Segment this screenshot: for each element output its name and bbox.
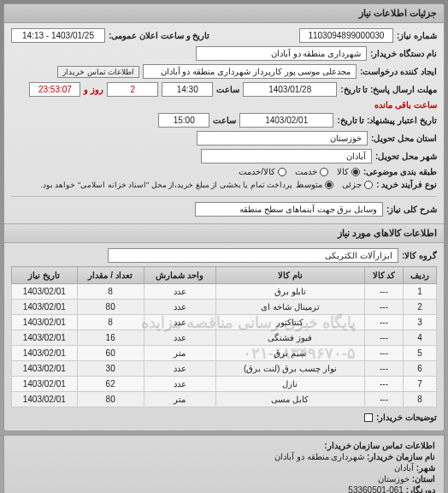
table-cell: عدد	[144, 284, 215, 300]
deadline-time: 14:30	[162, 82, 213, 97]
table-cell: 1403/02/01	[12, 361, 78, 377]
table-cell: 1403/02/01	[12, 392, 78, 407]
table-cell: 8	[404, 392, 437, 407]
table-row: 8---کابل مسیمتر801403/02/01	[12, 392, 437, 407]
table-cell: 6	[404, 361, 437, 377]
process-label: نوع فرآیند خرید :	[376, 180, 437, 189]
radio-minor[interactable]	[364, 181, 373, 189]
table-cell: 2	[404, 300, 437, 315]
desc-value: وسایل برق جهت آبنماهای سطح منطقه	[195, 202, 383, 217]
table-cell: ---	[364, 377, 403, 392]
items-section-title: اطلاعات کالاهای مورد نیاز	[4, 223, 444, 243]
table-cell: ---	[364, 284, 403, 300]
footer-city-label: شهر:	[416, 463, 435, 472]
table-cell: 4	[404, 330, 437, 346]
table-cell: 8	[77, 284, 144, 300]
col-name: نام کالا	[215, 267, 364, 284]
radio-goods-label: کالا	[337, 167, 349, 176]
table-row: 4---فیوز فشنگیعدد161403/02/01	[12, 330, 437, 346]
footer-province-label: استان:	[412, 474, 435, 484]
footer-city: آبادان	[394, 463, 414, 472]
time-remaining: 23:53:07	[29, 82, 80, 97]
radio-both-label: کالا/خدمت	[239, 167, 275, 176]
radio-service[interactable]	[320, 168, 328, 176]
table-cell: نوار چسب برق (لنت برق)	[215, 361, 364, 377]
contact-buyer-button[interactable]: اطلاعات تماس خریدار	[57, 66, 139, 78]
table-cell: 1403/02/01	[12, 346, 78, 361]
validity-time: 15:00	[158, 113, 209, 128]
table-cell: عدد	[144, 361, 215, 377]
table-cell: 1403/02/01	[12, 300, 78, 315]
table-cell: 1	[404, 284, 437, 300]
footer-title: اطلاعات تماس سازمان خریدار:	[324, 441, 435, 450]
table-cell: متر	[144, 392, 215, 407]
city-value: آبادان	[201, 149, 372, 163]
radio-service-label: خدمت	[295, 167, 317, 176]
province-label: استان محل تحویل:	[371, 134, 437, 143]
time-remain-label: ساعت باقی مانده	[374, 100, 437, 110]
table-cell: متر	[144, 346, 215, 361]
table-cell: 30	[77, 361, 144, 377]
radio-goods[interactable]	[351, 168, 360, 176]
radio-medium[interactable]	[325, 181, 333, 189]
days-remain-label: روز و	[84, 85, 103, 94]
table-cell: عدد	[144, 300, 215, 315]
buyer-notes-label: توضیحات خریدار:	[376, 413, 437, 422]
table-cell: عدد	[144, 315, 215, 330]
validity-date: 1403/02/01	[239, 113, 333, 128]
footer-fax: 061-53360501	[348, 485, 404, 493]
table-cell: 5	[404, 346, 437, 361]
buyer-contact-footer: اطلاعات تماس سازمان خریدار: نام سازمان خ…	[3, 435, 445, 493]
table-cell: فیوز فشنگی	[215, 330, 364, 346]
buyer-device-label: نام دستگاه خریدار:	[370, 49, 437, 58]
group-label: گروه کالا:	[402, 251, 437, 260]
col-code: کد کالا	[364, 267, 403, 284]
col-qty: تعداد / مقدار	[77, 267, 144, 284]
table-row: 5---سیم برق۰۲۱-۸۸۳۴۹۶۷۰-۵متر601403/02/01	[12, 346, 437, 361]
table-cell: عدد	[144, 330, 215, 346]
classify-label: طبقه بندی موضوعی:	[363, 167, 437, 176]
buyer-device-value: شهرداری منطقه دو آبادان	[196, 46, 367, 61]
table-cell: ترمینال شاخه ای	[215, 300, 364, 315]
table-cell: 8	[77, 315, 144, 330]
group-value: ابزارآلات الکتریکی	[108, 248, 398, 263]
table-cell: ---	[364, 392, 403, 407]
table-cell: سیم برق۰۲۱-۸۸۳۴۹۶۷۰-۵	[215, 346, 364, 361]
deadline-date: 1403/01/28	[243, 82, 337, 97]
table-cell: 1403/02/01	[12, 315, 78, 330]
process-radios: جزئی متوسط	[296, 180, 373, 189]
table-cell: 60	[77, 346, 144, 361]
creator-value: مجدعلی موسی پور کارپرداز شهرداری منطقه د…	[143, 64, 357, 79]
table-cell: 7	[404, 377, 437, 392]
table-cell: کنتاکتورپایگاه خبری رسانی مناقصه مزایده	[215, 315, 364, 330]
need-details-panel: جزئیات اطلاعات نیاز شماره نیاز: 11030948…	[3, 3, 445, 431]
city-label: شهر محل تحویل:	[375, 151, 437, 161]
reqnum-value: 1103094899000030	[299, 28, 393, 43]
items-table: ردیف کد کالا نام کالا واحد شمارش تعداد /…	[11, 266, 437, 407]
pubdate-label: تاریخ و ساعت اعلان عمومی:	[109, 31, 209, 40]
table-cell: 80	[77, 300, 144, 315]
panel-title: جزئیات اطلاعات نیاز	[4, 4, 444, 23]
footer-province: خوزستان	[378, 474, 410, 484]
radio-minor-label: جزئی	[342, 180, 362, 189]
footer-fax-label: دورنگار:	[406, 485, 435, 493]
reqnum-label: شماره نیاز:	[397, 31, 437, 40]
process-note: پرداخت تمام یا بخشی از مبلغ خرید،از محل …	[40, 181, 292, 189]
desc-label: شرح کلی نیاز:	[386, 205, 437, 214]
watermark-text: ۰۲۱-۸۸۳۴۹۶۷۰-۵	[243, 344, 356, 363]
classify-radios: کالا خدمت کالا/خدمت	[239, 167, 360, 176]
creator-label: ایجاد کننده درخواست:	[360, 67, 437, 76]
time-label1: ساعت	[216, 85, 239, 94]
table-cell: 62	[77, 377, 144, 392]
table-cell: عدد	[144, 377, 215, 392]
table-cell: ---	[364, 330, 403, 346]
validity-label: تاریخ اعتبار پیشنهاد: تا تاریخ:	[337, 116, 437, 125]
col-unit: واحد شمارش	[144, 267, 215, 284]
table-row: 1---تابلو برقعدد81403/02/01	[12, 284, 437, 300]
table-cell: 1403/02/01	[12, 284, 78, 300]
buyer-notes-checkbox[interactable]	[364, 413, 373, 422]
province-value: خوزستان	[197, 131, 368, 146]
radio-both[interactable]	[278, 168, 286, 176]
col-row: ردیف	[404, 267, 437, 284]
table-cell: 80	[77, 392, 144, 407]
